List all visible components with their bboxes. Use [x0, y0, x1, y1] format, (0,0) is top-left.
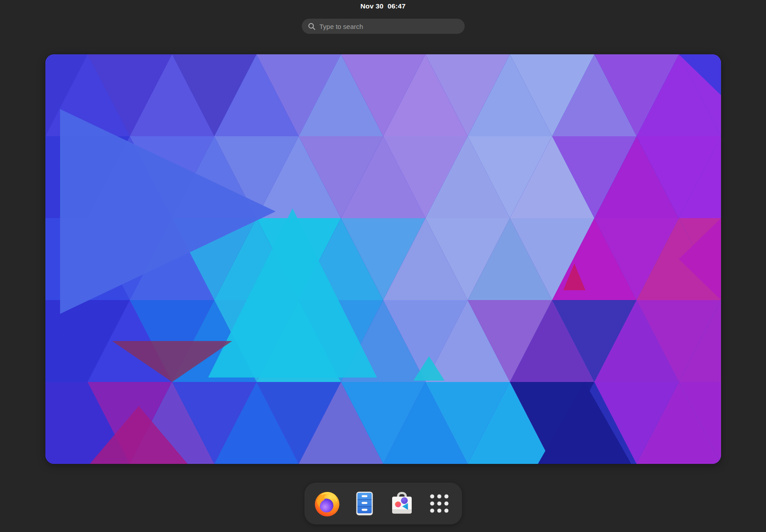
app-grid-icon[interactable] [425, 489, 454, 518]
clock-time: 06:47 [388, 2, 406, 10]
software-icon[interactable] [388, 489, 416, 518]
top-bar: Nov 30 06:47 [0, 0, 766, 12]
firefox-icon[interactable] [313, 489, 341, 518]
clock-menu-button[interactable]: Nov 30 06:47 [356, 1, 410, 11]
search-bar[interactable] [302, 19, 465, 34]
dash [304, 483, 462, 524]
clock-date: Nov 30 [361, 2, 384, 10]
workspace-preview[interactable] [45, 54, 721, 464]
wallpaper [45, 54, 721, 464]
search-icon [308, 23, 316, 30]
files-icon[interactable] [350, 489, 379, 518]
search-input[interactable] [320, 23, 458, 30]
